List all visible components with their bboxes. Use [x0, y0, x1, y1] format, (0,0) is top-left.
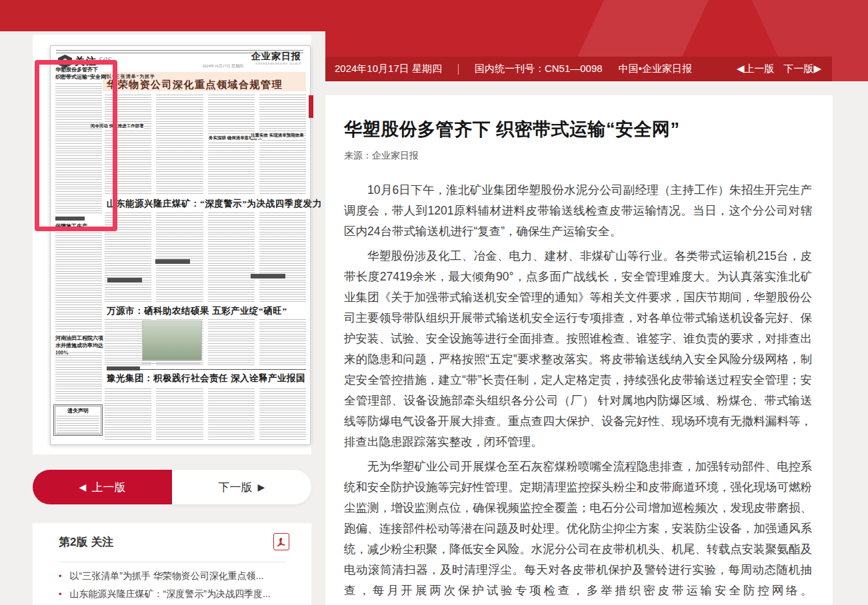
current-article-highlight-box[interactable]	[35, 60, 117, 231]
section-card: 第2版 关注 • 以“三张清单”为抓手 华荣物资公司深化重点领... • 山东能…	[33, 523, 311, 605]
article3-photo-caption	[142, 360, 201, 364]
article3-photo	[142, 320, 202, 360]
article2-headline: 山东能源兴隆庄煤矿：“深度警示”为决战四季度发力	[107, 198, 322, 210]
section-card-title: 第2版 关注	[59, 534, 113, 550]
left-column-text-3	[55, 352, 102, 402]
article-list-item[interactable]: • 山东能源兴隆庄煤矿：“深度警示”为决战四季度...	[59, 588, 298, 600]
header-page-nav: ◀上一版 下一版▶	[737, 63, 821, 75]
article-paragraph: 无为华塑矿业公司开展煤仓至石灰窑煤粉喷嘴全流程隐患排查，加强转动部件、电控系统和…	[344, 456, 812, 605]
header-bar: 2024年10月17日 星期四 国内统一刊号：CN51—0098 中国•企业家日…	[325, 57, 832, 81]
scrollbar-thumb[interactable]	[309, 95, 313, 118]
masthead-subtitle: ENTREPRENEURS' DAILY	[255, 62, 301, 65]
pdf-icon[interactable]	[273, 533, 289, 550]
prev-edition-button[interactable]: ◀ 上一版	[33, 470, 172, 504]
masthead-date: 2024年10月17日 星期四	[203, 63, 244, 69]
bullet-icon: •	[59, 588, 62, 600]
article2-subhead-bar-3	[251, 274, 285, 279]
newspaper-page-thumbnail[interactable]: 2 关注 ses 企业家日报 ENTREPRENEURS' DAILY 2024…	[50, 45, 311, 445]
header-next-link[interactable]: 下一版▶	[783, 63, 821, 75]
header-brand: 中国•企业家日报	[619, 63, 692, 75]
lead-subhead-3: 注重实效 实现清单预期效果	[251, 133, 304, 139]
article-list-item[interactable]: • 以“三张清单”为抓手 华荣物资公司深化重点领...	[59, 570, 298, 582]
article-byline: （陈春秋）	[373, 601, 455, 605]
article-source: 来源：企业家日报	[344, 150, 419, 162]
article2-subhead-bar-2	[155, 259, 190, 264]
article-paragraph: 10月6日下午，淮北矿业集团华塑股份水泥分公司副经理（主持工作）朱招生开完生产调…	[344, 180, 812, 242]
lost-statement-box: 遗失声明	[53, 404, 103, 436]
article-link-label[interactable]: 以“三张清单”为抓手 华荣物资公司深化重点领...	[70, 570, 264, 582]
lead-article-headline: 华荣物资公司深化重点领域合规管理	[107, 79, 283, 91]
article-title: 华塑股份多管齐下 织密带式运输“安全网”	[344, 117, 680, 141]
next-arrow-icon: ▶	[258, 482, 265, 492]
page-thumbnail-card: 2 关注 ses 企业家日报 ENTREPRENEURS' DAILY 2024…	[33, 35, 311, 454]
prev-arrow-icon: ◀	[79, 482, 87, 492]
article-link-label[interactable]: 山东能源兴隆庄煤矿：“深度警示”为决战四季度...	[70, 588, 271, 600]
next-edition-button[interactable]: 下一版 ▶	[172, 470, 311, 504]
article4-columns	[105, 388, 306, 440]
article4-headline: 豫光集团：积极践行社会责任 深入诠释产业报国	[107, 372, 305, 384]
bullet-icon: •	[59, 570, 62, 582]
lead-article-columns	[105, 95, 306, 195]
article2-columns	[105, 213, 306, 302]
article3-columns	[105, 319, 306, 366]
next-edition-label: 下一版	[219, 480, 253, 495]
article2-subhead-bar-1	[107, 278, 142, 283]
header-date: 2024年10月17日 星期四	[335, 63, 442, 75]
masthead-title: 企业家日报	[251, 51, 301, 63]
article-panel: 华塑股份多管齐下 织密带式运输“安全网” 来源：企业家日报 10月6日下午，淮北…	[325, 95, 833, 605]
header-separator	[458, 64, 459, 75]
left-column-text-2	[55, 233, 102, 332]
header-issue-number: 国内统一刊号：CN51—0098	[475, 63, 603, 75]
header-prev-link[interactable]: ◀上一版	[737, 63, 775, 75]
article-paragraph: 华塑股份涉及化工、冶金、电力、建材、非煤矿山等行业。各类带式运输机215台，皮带…	[344, 246, 812, 452]
article3-headline: 万源市：硒科助农结硕果 五彩产业绽“硒旺”	[107, 305, 287, 317]
article-body: 10月6日下午，淮北矿业集团华塑股份水泥分公司副经理（主持工作）朱招生开完生产调…	[344, 180, 812, 605]
lost-statement-title: 遗失声明	[54, 407, 102, 414]
section-tag	[107, 366, 140, 371]
section-card-divider	[59, 562, 286, 562]
prev-edition-label: 上一版	[91, 480, 125, 495]
lost-statement-text	[57, 416, 99, 434]
